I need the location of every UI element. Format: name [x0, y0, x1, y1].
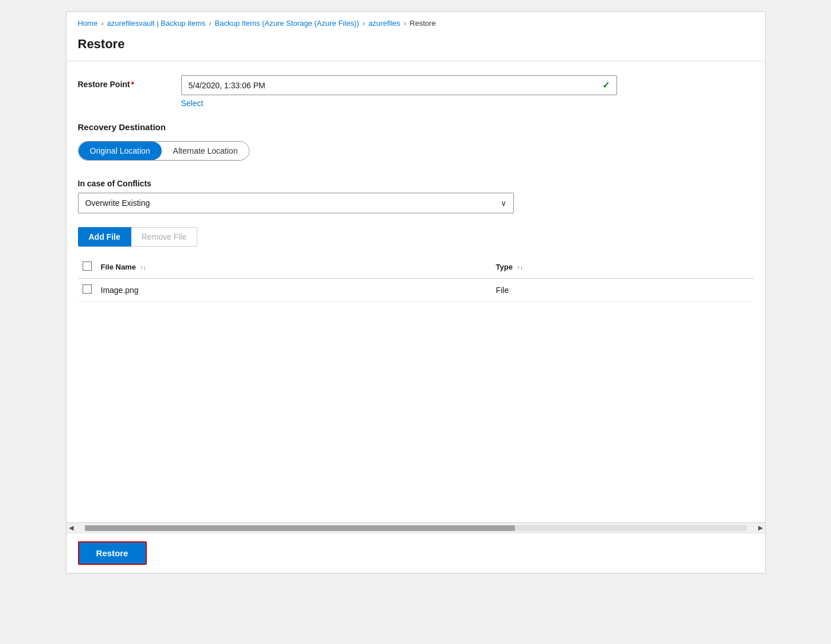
toggle-alternate-location[interactable]: Alternate Location — [162, 142, 249, 160]
conflicts-dropdown[interactable]: Overwrite Existing ∨ — [78, 193, 514, 213]
required-star: * — [131, 80, 134, 89]
conflicts-section: In case of Conflicts Overwrite Existing … — [78, 179, 754, 213]
breadcrumb-sep-4: › — [404, 19, 406, 28]
table-header-row: File Name ↑↓ Type ↑↓ — [78, 256, 754, 279]
toggle-original-location[interactable]: Original Location — [79, 142, 162, 160]
breadcrumb-current: Restore — [409, 19, 436, 28]
conflicts-label: In case of Conflicts — [78, 179, 754, 188]
toggle-group: Original Location Alternate Location — [78, 141, 250, 161]
select-all-checkbox[interactable] — [83, 261, 92, 271]
table-header-filename[interactable]: File Name ↑↓ — [96, 256, 491, 279]
type-sort-icon: ↑↓ — [517, 265, 523, 271]
breadcrumb-azurefiles[interactable]: azurefiles — [368, 19, 400, 28]
main-container: Home › azurefilesvault | Backup items › … — [66, 11, 766, 573]
select-link[interactable]: Select — [181, 99, 204, 108]
breadcrumb: Home › azurefilesvault | Backup items › … — [67, 12, 765, 32]
restore-point-input[interactable]: 5/4/2020, 1:33:06 PM ✓ — [181, 75, 617, 95]
breadcrumb-sep-1: › — [101, 19, 103, 28]
row-checkbox-cell — [78, 279, 96, 302]
row-type: File — [491, 279, 754, 302]
conflicts-dropdown-value: Overwrite Existing — [85, 198, 150, 208]
bottom-bar: Restore — [67, 533, 765, 573]
breadcrumb-sep-3: › — [362, 19, 365, 28]
table-row: Image.png File — [78, 279, 754, 302]
restore-point-field: 5/4/2020, 1:33:06 PM ✓ Select — [181, 75, 754, 108]
file-buttons: Add File Remove File — [78, 227, 754, 247]
restore-button[interactable]: Restore — [78, 541, 147, 565]
remove-file-button: Remove File — [131, 227, 198, 247]
breadcrumb-vault[interactable]: azurefilesvault | Backup items — [107, 19, 206, 28]
chevron-down-icon: ∨ — [501, 198, 506, 208]
add-file-button[interactable]: Add File — [78, 227, 131, 247]
restore-point-row: Restore Point* 5/4/2020, 1:33:06 PM ✓ Se… — [78, 75, 754, 108]
restore-point-label: Restore Point* — [78, 75, 181, 89]
scrollbar-track[interactable] — [85, 525, 747, 531]
page-title: Restore — [78, 37, 754, 52]
breadcrumb-backup-items[interactable]: Backup Items (Azure Storage (Azure Files… — [215, 19, 359, 28]
recovery-destination-heading: Recovery Destination — [78, 122, 754, 132]
file-table: File Name ↑↓ Type ↑↓ Image.png File — [78, 256, 754, 302]
scroll-right-arrow[interactable]: ▶ — [756, 524, 765, 532]
restore-point-value: 5/4/2020, 1:33:06 PM — [189, 81, 266, 90]
scroll-left-arrow[interactable]: ◀ — [67, 524, 76, 532]
table-header-checkbox-cell — [78, 256, 96, 279]
table-header-type[interactable]: Type ↑↓ — [491, 256, 754, 279]
row-filename: Image.png — [96, 279, 491, 302]
content-area: Restore Point* 5/4/2020, 1:33:06 PM ✓ Se… — [67, 61, 765, 522]
checkmark-icon: ✓ — [602, 80, 610, 91]
breadcrumb-home[interactable]: Home — [78, 19, 98, 28]
page-title-section: Restore — [67, 32, 765, 61]
filename-sort-icon: ↑↓ — [141, 265, 146, 271]
scrollbar-area: ◀ ▶ — [67, 522, 765, 533]
row-checkbox[interactable] — [83, 284, 92, 294]
scrollbar-thumb[interactable] — [85, 525, 515, 531]
breadcrumb-sep-2: › — [209, 19, 211, 28]
